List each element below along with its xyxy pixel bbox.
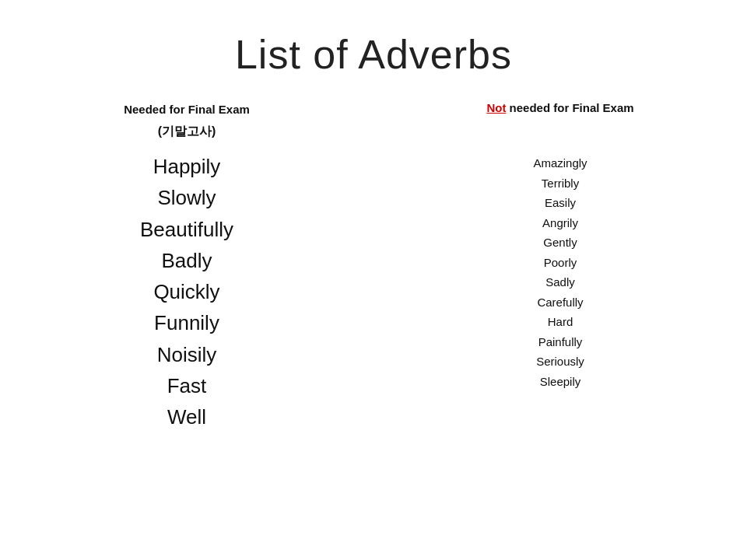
- list-item: Amazingly: [533, 153, 587, 173]
- list-item: Poorly: [533, 253, 587, 273]
- right-adverbs-list: AmazinglyTerriblyEasilyAngrilyGentlyPoor…: [533, 153, 587, 391]
- right-header-rest: needed for Final Exam: [506, 101, 633, 114]
- list-item: Easily: [533, 193, 587, 213]
- korean-subtitle: (기말고사): [158, 124, 216, 140]
- right-column-header: Not needed for Final Exam: [486, 101, 633, 114]
- list-item: Sleepily: [533, 372, 587, 392]
- page-title: List of Adverbs: [235, 31, 512, 78]
- list-item: Slowly: [140, 182, 233, 213]
- list-item: Happily: [140, 151, 233, 182]
- list-item: Funnily: [140, 307, 233, 338]
- list-item: Noisily: [140, 339, 233, 370]
- list-item: Well: [140, 401, 233, 432]
- right-column: Not needed for Final Exam AmazinglyTerri…: [374, 101, 747, 433]
- list-item: Sadly: [533, 272, 587, 292]
- left-adverbs-list: HappilySlowlyBeautifullyBadlyQuicklyFunn…: [140, 151, 233, 433]
- left-column: Needed for Final Exam (기말고사) HappilySlow…: [0, 101, 374, 433]
- list-item: Badly: [140, 245, 233, 276]
- list-item: Carefully: [533, 292, 587, 313]
- list-item: Seriously: [533, 352, 587, 372]
- list-item: Terribly: [533, 173, 587, 194]
- list-item: Quickly: [140, 276, 233, 307]
- not-label: Not: [486, 101, 506, 114]
- list-item: Angrily: [533, 213, 587, 233]
- list-item: Beautifully: [140, 214, 233, 245]
- columns-container: Needed for Final Exam (기말고사) HappilySlow…: [0, 101, 747, 433]
- list-item: Gently: [533, 233, 587, 253]
- left-header-text: Needed for Final Exam: [124, 103, 250, 116]
- left-column-header: Needed for Final Exam: [124, 101, 250, 117]
- list-item: Hard: [533, 312, 587, 332]
- list-item: Painfully: [533, 332, 587, 352]
- list-item: Fast: [140, 370, 233, 401]
